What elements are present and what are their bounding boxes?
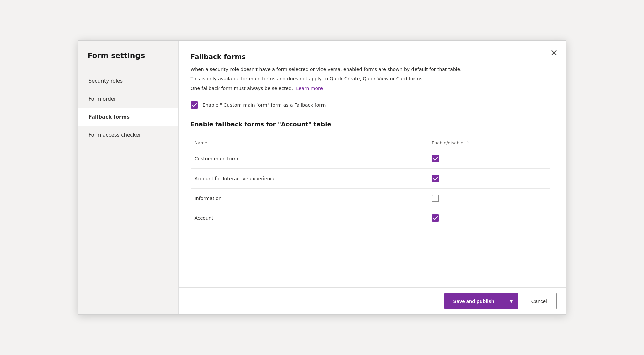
description-line1: When a security role doesn't have a form… bbox=[191, 66, 550, 73]
sidebar-item-form-order[interactable]: Form order bbox=[78, 90, 178, 108]
sort-arrow-icon: ↑ bbox=[466, 141, 469, 145]
save-publish-group: Save and publish ▼ bbox=[444, 293, 518, 309]
enable-checkbox-checked[interactable] bbox=[432, 175, 439, 182]
table-cell-name: Custom main form bbox=[191, 149, 428, 169]
table-cell-enable bbox=[428, 208, 550, 228]
enable-checkbox-unchecked[interactable] bbox=[432, 195, 439, 202]
sidebar-item-form-access-checker[interactable]: Form access checker bbox=[78, 126, 178, 144]
table-cell-enable bbox=[428, 189, 550, 208]
sidebar-title: Form settings bbox=[78, 51, 178, 72]
fallback-checkbox-label: Enable " Custom main form" form as a Fal… bbox=[203, 102, 326, 108]
description-line3: One fallback form must always be selecte… bbox=[191, 85, 550, 92]
table-cell-name: Information bbox=[191, 189, 428, 208]
col-header-name: Name bbox=[191, 137, 428, 149]
page-title: Fallback forms bbox=[191, 53, 550, 61]
main-scroll-area: Fallback forms When a security role does… bbox=[179, 41, 566, 287]
table-row: Account for Interactive experience bbox=[191, 169, 550, 189]
close-button[interactable] bbox=[548, 47, 560, 59]
table-cell-enable bbox=[428, 169, 550, 189]
forms-table: Name Enable/disable ↑ Custom main form A… bbox=[191, 137, 550, 228]
chevron-down-icon: ▼ bbox=[509, 299, 514, 304]
sidebar-item-security-roles[interactable]: Security roles bbox=[78, 72, 178, 90]
modal-container: Form settings Security roles Form order … bbox=[78, 40, 566, 315]
learn-more-link[interactable]: Learn more bbox=[296, 86, 323, 91]
footer: Save and publish ▼ Cancel bbox=[179, 287, 566, 314]
save-publish-button[interactable]: Save and publish bbox=[444, 293, 504, 309]
main-content: Fallback forms When a security role does… bbox=[179, 41, 566, 314]
fallback-enable-checkbox[interactable] bbox=[191, 101, 198, 109]
sidebar-item-fallback-forms[interactable]: Fallback forms bbox=[78, 108, 178, 126]
table-row: Account bbox=[191, 208, 550, 228]
col-header-enable[interactable]: Enable/disable ↑ bbox=[428, 137, 550, 149]
cancel-button[interactable]: Cancel bbox=[522, 293, 557, 309]
table-row: Information bbox=[191, 189, 550, 208]
table-cell-name: Account bbox=[191, 208, 428, 228]
table-section-title: Enable fallback forms for "Account" tabl… bbox=[191, 121, 550, 128]
enable-checkbox-checked[interactable] bbox=[432, 214, 439, 222]
table-cell-name: Account for Interactive experience bbox=[191, 169, 428, 189]
table-row: Custom main form bbox=[191, 149, 550, 169]
fallback-checkbox-row: Enable " Custom main form" form as a Fal… bbox=[191, 101, 550, 109]
description-line2: This is only available for main forms an… bbox=[191, 75, 550, 82]
save-publish-chevron-button[interactable]: ▼ bbox=[504, 293, 518, 309]
table-cell-enable bbox=[428, 149, 550, 169]
sidebar: Form settings Security roles Form order … bbox=[78, 41, 179, 314]
enable-checkbox-checked[interactable] bbox=[432, 155, 439, 162]
